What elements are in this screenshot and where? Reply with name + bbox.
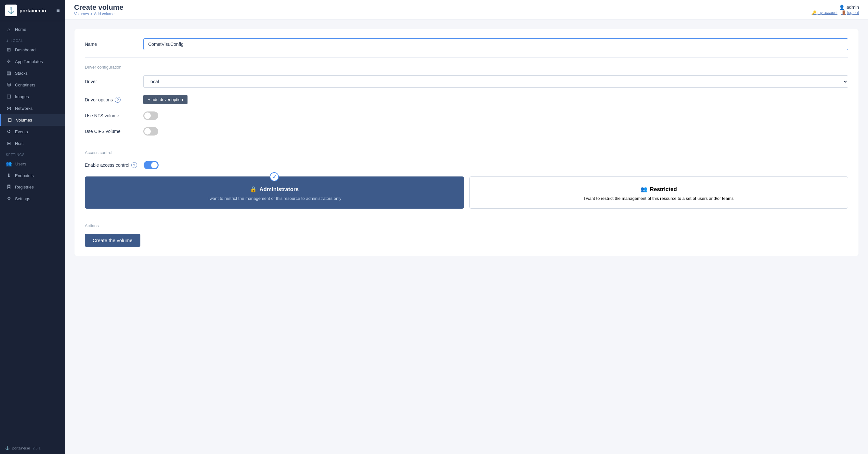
sidebar-item-users[interactable]: 👥 Users xyxy=(0,158,65,170)
sidebar-item-users-label: Users xyxy=(15,161,26,167)
sidebar-item-home[interactable]: ⌂ Home xyxy=(0,24,65,35)
driver-select[interactable]: local xyxy=(143,75,848,88)
actions-heading: Actions xyxy=(85,223,848,228)
main-area: Create volume Volumes > Add volume 👤 adm… xyxy=(65,0,868,454)
admin-name: 👤 admin xyxy=(839,4,859,10)
driver-row: Driver local xyxy=(85,75,848,88)
sidebar-item-registries[interactable]: 🗄 Registries xyxy=(0,181,65,193)
actions-section: Create the volume xyxy=(85,234,848,247)
sidebar-item-registries-label: Registries xyxy=(15,185,34,189)
cifs-toggle-slider xyxy=(143,127,158,135)
events-icon: ↺ xyxy=(6,129,12,134)
access-control-toggle-container xyxy=(144,161,159,169)
topbar-right: 👤 admin 🔑 my account 🚪 log out xyxy=(812,4,859,15)
registries-icon: 🗄 xyxy=(6,184,12,190)
driver-options-row: Driver options ? + add driver option xyxy=(85,95,848,104)
sidebar-item-networks-label: Networks xyxy=(15,106,32,111)
logo-icon: ⚓ xyxy=(5,4,17,16)
local-icon: ⬇ xyxy=(6,39,9,42)
footer-version: 2.5.1 xyxy=(32,446,40,450)
driver-options-help-icon[interactable]: ? xyxy=(115,97,121,103)
sidebar-item-home-label: Home xyxy=(15,27,26,32)
nfs-toggle-slider xyxy=(143,112,158,120)
page-title: Create volume xyxy=(74,3,123,12)
restricted-card-title: 👥 Restricted xyxy=(476,186,842,193)
name-row: Name xyxy=(85,38,848,50)
access-control-toggle[interactable] xyxy=(144,161,159,169)
users-icon: 👥 xyxy=(6,161,12,167)
settings-icon: ⚙ xyxy=(6,195,12,202)
key-icon: 🔑 xyxy=(812,10,817,15)
nfs-toggle-container xyxy=(143,112,158,120)
sidebar-item-images[interactable]: ❑ Images xyxy=(0,91,65,102)
images-icon: ❑ xyxy=(6,94,12,99)
administrators-check-icon: ✓ xyxy=(270,172,279,181)
hamburger-icon[interactable]: ≡ xyxy=(56,7,60,14)
administrators-lock-icon: 🔒 xyxy=(250,186,257,193)
cifs-toggle-container xyxy=(143,127,158,135)
name-label: Name xyxy=(85,41,137,47)
admin-user-icon: 👤 xyxy=(839,4,845,10)
sidebar-item-events[interactable]: ↺ Events xyxy=(0,126,65,138)
administrators-card[interactable]: ✓ 🔒 Administrators I want to restrict th… xyxy=(85,177,464,209)
access-control-toggle-slider xyxy=(144,161,159,169)
driver-options-label: Driver options ? xyxy=(85,97,137,103)
stacks-icon: ▤ xyxy=(6,70,12,76)
sidebar-item-stacks[interactable]: ▤ Stacks xyxy=(0,67,65,79)
endpoints-icon: ⬇ xyxy=(6,173,12,178)
enable-access-control-label: Enable access control ? xyxy=(85,162,137,168)
app-templates-icon: ✈ xyxy=(6,59,12,64)
topbar-left: Create volume Volumes > Add volume xyxy=(74,3,123,16)
sidebar-item-app-templates-label: App Templates xyxy=(15,59,43,64)
access-control-heading: Access control xyxy=(85,150,848,155)
topbar: Create volume Volumes > Add volume 👤 adm… xyxy=(65,0,868,20)
brand-logo: ⚓ portainer.io xyxy=(5,4,46,16)
sidebar-item-app-templates[interactable]: ✈ App Templates xyxy=(0,56,65,67)
sidebar-item-networks[interactable]: ⋈ Networks xyxy=(0,102,65,114)
my-account-link[interactable]: 🔑 my account xyxy=(812,10,837,15)
create-volume-button[interactable]: Create the volume xyxy=(85,234,141,247)
sidebar-item-containers-label: Containers xyxy=(15,83,35,87)
access-control-divider xyxy=(85,143,848,143)
nfs-toggle[interactable] xyxy=(143,112,158,120)
breadcrumb-volumes-link[interactable]: Volumes xyxy=(74,12,89,16)
administrators-card-desc: I want to restrict the management of thi… xyxy=(92,195,457,202)
sidebar-item-volumes[interactable]: ⊟ Volumes xyxy=(0,114,65,126)
log-out-link[interactable]: 🚪 log out xyxy=(841,10,859,15)
sidebar-item-dashboard[interactable]: ⊞ Dashboard xyxy=(0,44,65,56)
restricted-users-icon: 👥 xyxy=(641,186,647,193)
driver-config-heading: Driver configuration xyxy=(85,65,848,69)
sidebar-item-endpoints[interactable]: ⬇ Endpoints xyxy=(0,170,65,181)
restricted-card[interactable]: 👥 Restricted I want to restrict the mana… xyxy=(469,177,848,209)
sidebar-item-containers[interactable]: ⛁ Containers xyxy=(0,79,65,91)
sidebar-footer: ⚓ portainer.io 2.5.1 xyxy=(0,442,65,454)
footer-logo-icon: ⚓ xyxy=(5,446,10,450)
name-input[interactable] xyxy=(143,38,848,50)
sidebar-item-images-label: Images xyxy=(15,94,29,99)
dashboard-icon: ⊞ xyxy=(6,47,12,53)
enable-access-control-row: Enable access control ? xyxy=(85,161,848,169)
breadcrumb-separator: > xyxy=(90,12,93,16)
sidebar-logo-area: ⚓ portainer.io ≡ xyxy=(0,0,65,21)
home-icon: ⌂ xyxy=(6,27,12,32)
sidebar-item-host-label: Host xyxy=(15,141,24,146)
sidebar-item-host[interactable]: ⊞ Host xyxy=(0,138,65,149)
access-cards: ✓ 🔒 Administrators I want to restrict th… xyxy=(85,177,848,209)
admin-links: 🔑 my account 🚪 log out xyxy=(812,10,859,15)
footer-brand: portainer.io xyxy=(12,446,30,450)
settings-section-label: SETTINGS xyxy=(0,149,65,158)
host-icon: ⊞ xyxy=(6,141,12,146)
access-control-help-icon[interactable]: ? xyxy=(131,162,137,168)
add-driver-option-button[interactable]: + add driver option xyxy=(143,95,187,104)
sidebar-item-settings[interactable]: ⚙ Settings xyxy=(0,193,65,204)
form-card: Name Driver configuration Driver local D… xyxy=(74,29,859,256)
sidebar-item-volumes-label: Volumes xyxy=(16,118,32,123)
cifs-toggle[interactable] xyxy=(143,127,158,135)
sidebar-item-settings-label: Settings xyxy=(15,196,30,201)
restricted-card-desc: I want to restrict the management of thi… xyxy=(476,195,842,202)
administrators-card-title: 🔒 Administrators xyxy=(92,186,457,193)
driver-label: Driver xyxy=(85,79,137,84)
sidebar-item-endpoints-label: Endpoints xyxy=(15,173,34,178)
add-driver-option-label: + add driver option xyxy=(148,97,183,102)
driver-config-divider xyxy=(85,57,848,58)
